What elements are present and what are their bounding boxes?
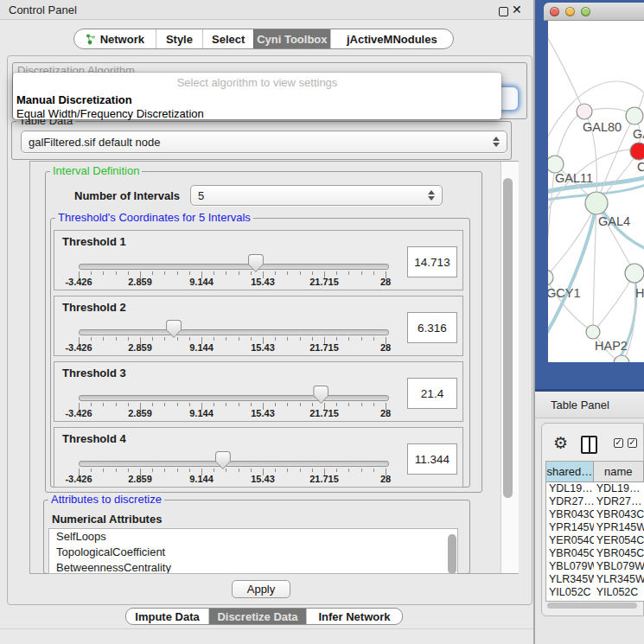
network-edge[interactable]	[634, 54, 644, 116]
threshold-value-field[interactable]: 11.344	[407, 443, 457, 475]
list-item-betweennesscentrality[interactable]: BetweennessCentrality	[49, 560, 457, 574]
tab-infer-network[interactable]: Infer Network	[306, 609, 402, 624]
table-row[interactable]: YBR045CYBR045C	[546, 547, 644, 560]
checkbox-icon[interactable]: ✓	[628, 438, 637, 448]
minor-tick	[214, 469, 214, 472]
minor-tick	[287, 337, 288, 341]
tab-network[interactable]: Network	[74, 29, 156, 48]
network-canvas[interactable]: GAL80GAL11GAL4GCY1HHAP2GAC	[548, 21, 644, 362]
tick-label: 9.144	[181, 277, 222, 287]
table-cell: YBR043C	[594, 508, 644, 521]
table-cell: YDL19…	[594, 482, 644, 495]
table-data-combobox[interactable]: galFiltered.sif default node	[21, 131, 507, 153]
network-node[interactable]	[630, 143, 644, 160]
threshold-label: Threshold 3	[62, 367, 126, 379]
threshold-value-field[interactable]: 21.4	[407, 378, 457, 409]
popup-prompt: Select algorithm to view settings	[13, 76, 501, 89]
float-window-icon[interactable]	[499, 7, 508, 16]
network-edge-highlighted[interactable]	[548, 205, 596, 342]
minor-tick	[164, 271, 165, 275]
network-node[interactable]	[548, 156, 564, 173]
minor-tick	[214, 337, 214, 341]
column-header-name[interactable]: name	[594, 462, 644, 481]
network-node[interactable]	[625, 264, 644, 283]
control-panel-tabbar: NetworkStyleSelectCyni ToolboxjActiveMNo…	[73, 29, 454, 49]
popup-item-manual-discretization[interactable]: Manual Discretization	[16, 93, 132, 106]
split-columns-icon[interactable]	[581, 436, 597, 454]
algorithm-popup: Select algorithm to view settings Manual…	[13, 73, 501, 119]
network-node[interactable]	[585, 192, 608, 214]
minor-tick	[152, 469, 153, 472]
table-row[interactable]: YLR345WYLR345W	[546, 573, 644, 586]
tick-label: 15.43	[242, 408, 284, 418]
attributes-list-scrollbar-thumb[interactable]	[448, 534, 456, 574]
tab-jactivemnodules[interactable]: jActiveMNodules	[330, 29, 453, 48]
table-row[interactable]: YPR145WYPR145W	[546, 521, 644, 534]
main-scrollbar-thumb[interactable]	[503, 178, 513, 498]
interval-definition-title: Interval Definition	[50, 165, 142, 177]
table-row[interactable]: YBL079WYBL079W	[546, 560, 644, 573]
number-of-intervals-label: Number of Intervals	[74, 189, 180, 202]
apply-button[interactable]: Apply	[232, 580, 290, 598]
tab-select[interactable]: Select	[202, 29, 253, 48]
table-row[interactable]: YDL19…YDL19…	[546, 482, 644, 495]
slider-track[interactable]	[79, 264, 389, 270]
minor-tick	[312, 271, 313, 275]
slider-track[interactable]	[79, 395, 389, 401]
table-hscrollbar-thumb[interactable]	[547, 603, 637, 609]
table-data-value: galFiltered.sif default node	[29, 136, 160, 149]
tab-style[interactable]: Style	[156, 29, 203, 48]
network-node[interactable]	[614, 355, 629, 362]
number-of-intervals-combobox[interactable]: 5	[190, 185, 443, 206]
table-row[interactable]: YER054CYER054C	[546, 534, 644, 547]
slider-track[interactable]	[79, 329, 389, 335]
node-label-h: H	[635, 286, 644, 300]
minor-tick	[152, 403, 153, 406]
table-row[interactable]: YIL052CYIL052C	[546, 586, 644, 599]
minor-tick	[336, 337, 337, 341]
tick-label: 28	[365, 342, 406, 353]
minor-tick	[128, 337, 129, 341]
tab-discretize-data[interactable]: Discretize Data	[208, 609, 306, 624]
minor-tick	[275, 469, 276, 472]
minor-tick	[103, 337, 104, 341]
threshold-value-field[interactable]: 14.713	[407, 246, 457, 277]
window-title: Control Panel	[9, 3, 77, 16]
threshold-panel-1: Threshold 1-3.4262.8599.14415.4321.71528…	[54, 230, 463, 290]
window-bottom-divider	[0, 628, 534, 629]
network-edge[interactable]	[548, 164, 555, 277]
tab-cyni-toolbox[interactable]: Cyni Toolbox	[253, 29, 330, 48]
list-item-selfloops[interactable]: SelfLoops	[49, 529, 457, 545]
column-header-shared-[interactable]: shared…	[546, 462, 594, 481]
zoom-light[interactable]	[581, 7, 590, 16]
tab-label: Cyni Toolbox	[257, 33, 327, 46]
table-row[interactable]: YBR043CYBR043C	[546, 508, 644, 521]
minor-tick	[361, 337, 362, 341]
tab-impute-data[interactable]: Impute Data	[126, 609, 208, 624]
numerical-attributes-list[interactable]: SelfLoopsTopologicalCoefficientBetweenne…	[48, 528, 458, 574]
network-edge[interactable]	[548, 33, 584, 112]
list-item-topologicalcoefficient[interactable]: TopologicalCoefficient	[49, 545, 457, 560]
tick-label: 2.859	[119, 408, 161, 418]
minor-tick	[214, 271, 214, 275]
network-node[interactable]	[626, 107, 643, 124]
network-window-titlebar[interactable]	[544, 3, 644, 21]
node-label-gcy1: GCY1	[548, 286, 581, 300]
tab-label: Network	[100, 33, 144, 46]
minor-tick	[251, 337, 252, 341]
close-icon[interactable]: ✕	[512, 3, 522, 16]
minimize-light[interactable]	[565, 7, 575, 16]
close-light[interactable]	[550, 7, 559, 16]
network-node[interactable]	[548, 270, 553, 285]
minor-tick	[226, 403, 226, 406]
slider-track[interactable]	[79, 461, 389, 467]
checkbox-icon[interactable]: ✓	[614, 438, 623, 448]
network-edge[interactable]	[548, 203, 596, 277]
network-edge[interactable]	[593, 273, 634, 332]
network-node[interactable]	[577, 104, 592, 119]
table-row[interactable]: YDR27…YDR27…	[546, 495, 644, 508]
gear-icon[interactable]: ⚙	[553, 433, 568, 452]
threshold-value-field[interactable]: 6.316	[407, 312, 457, 343]
network-node[interactable]	[586, 325, 600, 339]
popup-item-equal-width-frequency-discretization[interactable]: Equal Width/Frequency Discretization	[16, 107, 204, 120]
